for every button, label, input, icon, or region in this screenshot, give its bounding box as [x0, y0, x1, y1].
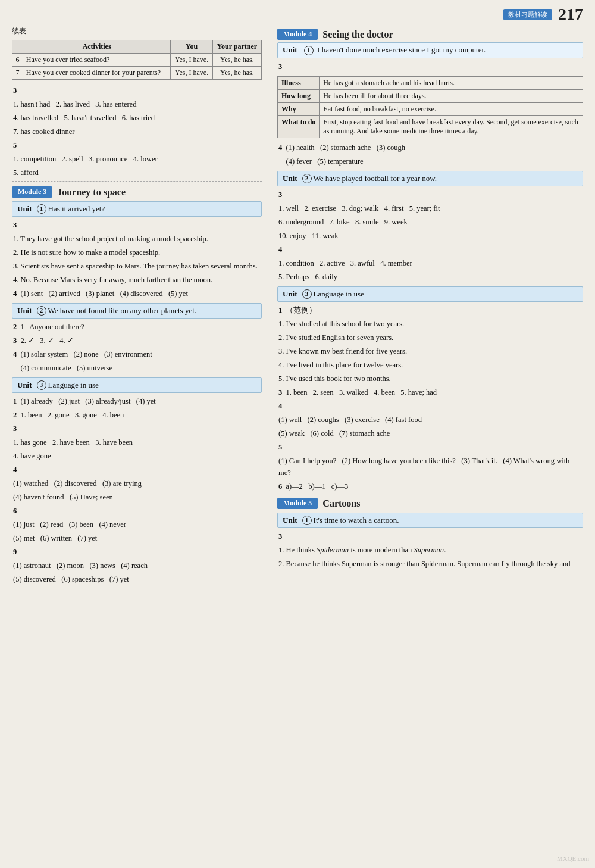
table-row: Why Eat fast food, no breakfast, no exer…: [278, 103, 583, 116]
m4u3s4-label: 4: [277, 400, 583, 412]
module3-header: Module 3 Journey to space: [12, 186, 262, 198]
whattodo-header: What to do: [278, 116, 320, 138]
m4-unit3-header: Unit 3 Language in use: [277, 286, 583, 302]
m5u1s3-label: 3: [277, 530, 583, 542]
left-column: 续表 Activities You Your partner 6 Have yo…: [6, 26, 268, 868]
unit1-label: Unit: [17, 204, 32, 214]
m4u1-title: I haven't done much exercise since I got…: [317, 45, 486, 54]
s3-item3: 7. has cooked dinner: [12, 126, 262, 138]
m4u3s4-item1: (1) well (2) coughs (3) exercise (4) fas…: [277, 414, 583, 426]
unit2-title: We have not found life on any other plan…: [48, 306, 197, 316]
divider1: [12, 181, 262, 182]
whattodo-content: First, stop eating fast food and have br…: [320, 116, 583, 138]
u3s3-item1: 1. has gone 2. have been 3. have been: [12, 436, 262, 448]
m4u2s3-item1: 1. well 2. exercise 3. dog; walk 4. firs…: [277, 202, 583, 214]
u3s4-label: 4: [12, 464, 262, 476]
m4u3s5-label: 5: [277, 441, 583, 453]
header-badge: 教材习题解读: [503, 9, 552, 20]
m5-unit1-header: Unit 1 It's time to watch a cartoon.: [277, 513, 583, 528]
illness-header: Illness: [278, 77, 320, 90]
u3s6-item2: (5) met (6) written (7) yet: [12, 532, 262, 544]
u3s3-label: 3: [12, 423, 262, 435]
why-content: Eat fast food, no breakfast, no exercise…: [320, 103, 583, 116]
u1s4: 4 (1) sent (2) arrived (3) planet (4) di…: [12, 288, 262, 299]
main-content: 续表 Activities You Your partner 6 Have yo…: [0, 26, 595, 868]
m4u3s1-label: 1 （范例）: [277, 304, 583, 316]
module4-title: Seeing the doctor: [322, 29, 393, 40]
m4u2s4-label: 4: [277, 243, 583, 255]
watermark: MXQE.com: [557, 855, 589, 862]
m4u3s3: 3 1. been 2. seen 3. walked 4. been 5. h…: [277, 386, 583, 398]
m4u2s3-item3: 10. enjoy 11. weak: [277, 230, 583, 242]
s5-item2: 5. afford: [12, 167, 262, 179]
section3-label: 3: [12, 85, 262, 96]
m4u1-num: 1: [304, 46, 314, 55]
u3s3-item2: 4. have gone: [12, 450, 262, 462]
unit2-label: Unit: [17, 306, 32, 316]
m4u3-title: Language in use: [314, 289, 364, 299]
right-column: Module 4 Seeing the doctor Unit 1 I have…: [268, 26, 589, 868]
why-header: Why: [278, 103, 320, 116]
u3s6-label: 6: [12, 505, 262, 517]
table-row: Illness He has got a stomach ache and hi…: [278, 77, 583, 90]
table-col-empty: [12, 40, 23, 54]
module3-title: Journey to space: [57, 187, 126, 198]
s5-item1: 1. competition 2. spell 3. pronounce 4. …: [12, 153, 262, 165]
s3-item1: 1. hasn't had 2. has lived 3. has entere…: [12, 98, 262, 110]
table-col-partner: Your partner: [212, 40, 261, 54]
m4u3s1-item5: 5. I've used this book for two months.: [277, 373, 583, 385]
s3-item2: 4. has travelled 5. hasn't travelled 6. …: [12, 112, 262, 124]
u2s2: 2 1 Anyone out there?: [12, 321, 262, 333]
you-cell: Yes, I have.: [171, 67, 212, 80]
m4u3-label: Unit: [283, 289, 298, 299]
u3s9-label: 9: [12, 546, 262, 558]
u1s3-item1: 1. They have got the school project of m…: [12, 233, 262, 245]
m4u1-label: Unit: [283, 45, 298, 54]
page-header: 教材习题解读 217: [0, 0, 595, 26]
partner-cell: Yes, he has.: [212, 67, 261, 80]
unit3-header: Unit 3 Language in use: [12, 377, 262, 393]
u1s3-item4: 4. No. Because Mars is very far away, mu…: [12, 274, 262, 286]
m4u2s3-label: 3: [277, 189, 583, 201]
unit3-label: Unit: [17, 380, 32, 390]
illness-content: He has got a stomach ache and his head h…: [320, 77, 583, 90]
u3s9-item2: (5) discovered (6) spaceships (7) yet: [12, 573, 262, 585]
m4u2s4-item2: 5. Perhaps 6. daily: [277, 271, 583, 283]
m4u3s1-item1: 1. I've studied at this school for two y…: [277, 318, 583, 330]
table-col-activities: Activities: [23, 40, 171, 54]
unit1-num: 1: [37, 204, 46, 214]
unit1-header: Unit 1 Has it arrived yet?: [12, 201, 262, 217]
module4-header: Module 4 Seeing the doctor: [277, 29, 583, 40]
u3s2: 2 1. been 2. gone 3. gone 4. been: [12, 409, 262, 421]
unit2-num: 2: [37, 306, 46, 316]
activity-table: Activities You Your partner 6 Have you e…: [12, 40, 262, 80]
row-num: 7: [12, 67, 23, 80]
table-row: What to do First, stop eating fast food …: [278, 116, 583, 138]
u3s1: 1 (1) already (2) just (3) already/just …: [12, 395, 262, 407]
table-row: 7 Have you ever cooked dinner for your p…: [12, 67, 262, 80]
doctor-table: Illness He has got a stomach ache and hi…: [277, 76, 583, 138]
m4u3-num: 3: [302, 289, 312, 299]
m4u2-title: We have played football for a year now.: [314, 174, 437, 183]
activity-cell: Have you ever cooked dinner for your par…: [23, 67, 171, 80]
page-number: 217: [558, 5, 583, 24]
u2s4: 4 (1) solar system (2) none (3) environm…: [12, 348, 262, 360]
m4-unit1-box: Unit 1 I haven't done much exercise sinc…: [277, 42, 583, 58]
you-cell: Yes, I have.: [171, 54, 212, 67]
module3-badge: Module 3: [12, 186, 52, 198]
m5u1-label: Unit: [283, 516, 298, 525]
m5u1-title: It's time to watch a cartoon.: [314, 516, 399, 525]
table-row: How long He has been ill for about three…: [278, 90, 583, 103]
divider-r1: [277, 495, 583, 495]
u1s3-item2: 2. He is not sure how to make a model sp…: [12, 246, 262, 258]
howlong-content: He has been ill for about three days.: [320, 90, 583, 103]
m4u3s1-item3: 3. I've known my best friend for five ye…: [277, 345, 583, 357]
m4u1s4b: (4) fever (5) temperature: [277, 155, 583, 167]
u3s4-item2: (4) haven't found (5) Have; seen: [12, 491, 262, 503]
unit3-num: 3: [37, 380, 46, 390]
u3s6-item1: (1) just (2) read (3) been (4) never: [12, 519, 262, 530]
m4u3s1-item4: 4. I've lived in this place for twelve y…: [277, 359, 583, 371]
m4u3s1-item2: 2. I've studied English for seven years.: [277, 332, 583, 344]
module5-header: Module 5 Cartoons: [277, 498, 583, 509]
m4u2-label: Unit: [283, 174, 298, 183]
